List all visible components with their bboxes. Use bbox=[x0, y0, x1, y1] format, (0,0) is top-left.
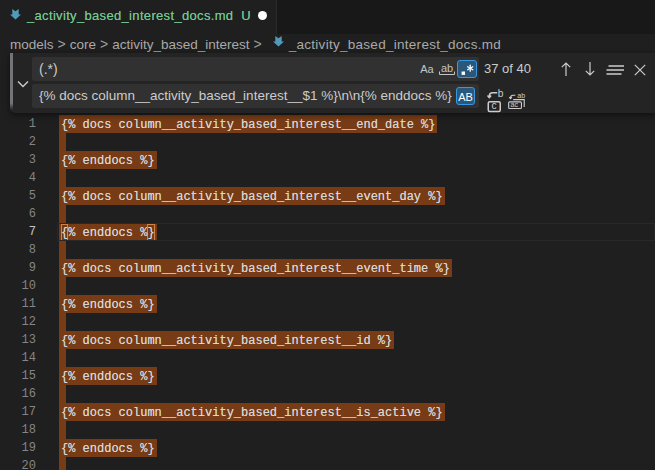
svg-text:ab: ab bbox=[441, 62, 453, 74]
svg-text:ac: ac bbox=[511, 101, 519, 109]
svg-text:c: c bbox=[491, 100, 496, 111]
svg-text:b: b bbox=[498, 89, 504, 99]
svg-text:ab: ab bbox=[517, 92, 525, 100]
